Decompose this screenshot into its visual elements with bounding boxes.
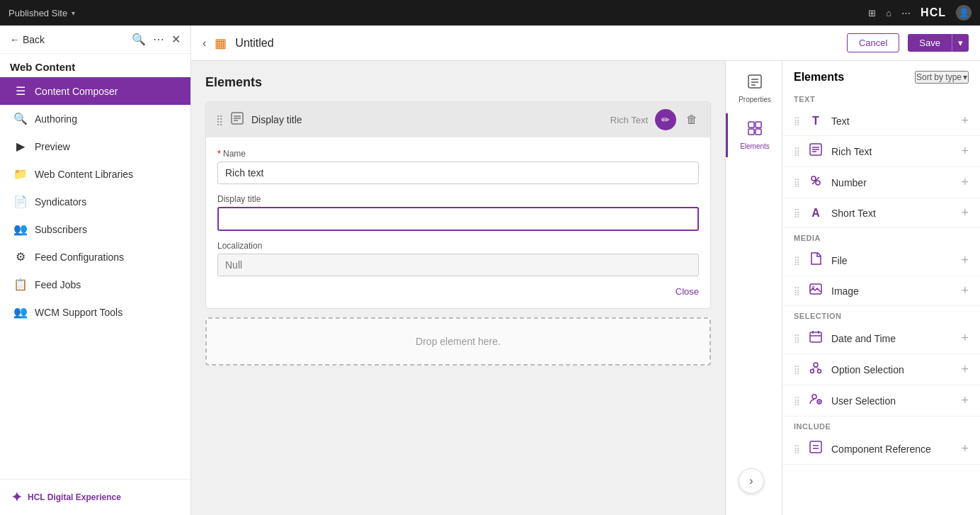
preview-icon: ▶ xyxy=(13,140,28,153)
type-item-short-text[interactable]: ⣿ A Short Text + xyxy=(782,198,980,228)
type-item-image[interactable]: ⣿ Image + xyxy=(782,276,980,306)
properties-tab-icon xyxy=(747,74,763,93)
footer-label: HCL Digital Experience xyxy=(28,492,121,502)
save-dropdown-button[interactable]: ▾ xyxy=(952,34,969,52)
add-user-selection-button[interactable]: + xyxy=(961,393,969,408)
element-card: ⣿ Display title Rich Text ✏ xyxy=(205,101,711,309)
text-type-icon: T xyxy=(807,115,824,128)
localization-input[interactable] xyxy=(217,254,699,276)
section-media-label: MEDIA xyxy=(782,228,980,245)
sidebar-item-content-composer[interactable]: ☰ Content Composer xyxy=(0,77,190,105)
svg-rect-10 xyxy=(748,129,754,135)
add-date-time-button[interactable]: + xyxy=(961,331,969,346)
topbar: Published Site ▾ ⊞ ⌂ ⋯ HCL 👤 xyxy=(0,0,980,26)
type-panel-title: Elements xyxy=(794,71,844,84)
scroll-toggle-button[interactable]: › xyxy=(739,468,764,494)
short-text-type-icon: A xyxy=(807,207,824,220)
type-item-rich-text[interactable]: ⣿ Rich Text + xyxy=(782,136,980,167)
back-button[interactable]: ← Back xyxy=(10,34,45,45)
type-name-user-selection: User Selection xyxy=(831,395,954,407)
sidebar-item-feed-configurations[interactable]: ⚙ Feed Configurations xyxy=(0,243,190,271)
topbar-left: Published Site ▾ xyxy=(8,8,75,18)
name-input[interactable] xyxy=(217,162,699,184)
add-component-ref-button[interactable]: + xyxy=(961,441,969,456)
svg-rect-9 xyxy=(756,122,761,128)
page-type-icon: ▦ xyxy=(215,35,227,51)
add-option-selection-button[interactable]: + xyxy=(961,362,969,377)
sidebar-item-web-content-libraries[interactable]: 📁 Web Content Libraries xyxy=(0,160,190,188)
svg-rect-8 xyxy=(748,122,754,128)
type-name-short-text: Short Text xyxy=(831,208,954,219)
main-container: ← Back 🔍 ⋯ ✕ Web Content ☰ Content Compo… xyxy=(0,26,980,515)
content-composer-icon: ☰ xyxy=(13,84,28,98)
sidebar-item-authoring[interactable]: 🔍 Authoring xyxy=(0,105,190,132)
add-rich-text-button[interactable]: + xyxy=(961,144,969,159)
option-selection-type-icon xyxy=(807,361,824,378)
name-form-row: * Name xyxy=(217,149,699,184)
drop-zone-label: Drop element here. xyxy=(416,336,501,347)
type-item-component-reference[interactable]: ⣿ Component Reference + xyxy=(782,434,980,465)
add-file-button[interactable]: + xyxy=(961,253,969,268)
user-icon[interactable]: 👤 xyxy=(956,5,972,21)
drag-dots-icon: ⣿ xyxy=(794,256,800,266)
type-item-option-selection[interactable]: ⣿ Option Selection + xyxy=(782,354,980,385)
date-time-type-icon xyxy=(807,330,824,346)
close-icon[interactable]: ✕ xyxy=(171,33,181,46)
more-options-icon[interactable]: ⋯ xyxy=(153,33,164,46)
cancel-button[interactable]: Cancel xyxy=(847,33,899,52)
svg-rect-34 xyxy=(810,441,821,453)
sidebar-item-label: Syndicators xyxy=(35,196,86,208)
type-item-text[interactable]: ⣿ T Text + xyxy=(782,106,980,136)
add-image-button[interactable]: + xyxy=(961,283,969,298)
element-delete-button[interactable]: 🗑 xyxy=(683,111,700,129)
sidebar-item-label: Content Composer xyxy=(35,86,118,97)
element-edit-button[interactable]: ✏ xyxy=(655,109,676,130)
elements-tab-icon xyxy=(747,120,763,140)
user-selection-type-icon xyxy=(807,392,824,409)
image-type-icon xyxy=(807,283,824,298)
close-link[interactable]: Close xyxy=(217,286,699,297)
drag-dots-icon: ⣿ xyxy=(794,444,800,454)
topbar-right: ⊞ ⌂ ⋯ HCL 👤 xyxy=(868,5,972,21)
drop-zone[interactable]: Drop element here. xyxy=(205,317,711,366)
properties-tab-label: Properties xyxy=(739,96,771,103)
type-item-number[interactable]: ⣿ Number + xyxy=(782,167,980,198)
sidebar-item-label: Subscribers xyxy=(35,224,87,235)
type-name-number: Number xyxy=(831,177,954,188)
sidebar-item-wcm-support-tools[interactable]: 👥 WCM Support Tools xyxy=(0,298,190,326)
type-name-date-time: Date and Time xyxy=(831,333,954,344)
sidebar-item-preview[interactable]: ▶ Preview xyxy=(0,132,190,160)
svg-line-28 xyxy=(812,367,816,370)
sidebar-item-feed-jobs[interactable]: 📋 Feed Jobs xyxy=(0,271,190,298)
hcl-logo-icon: ✦ xyxy=(11,489,22,505)
content-back-button[interactable]: ‹ xyxy=(203,37,206,50)
drag-handle-icon[interactable]: ⣿ xyxy=(216,114,223,125)
search-icon[interactable]: 🔍 xyxy=(132,33,146,46)
home-icon[interactable]: ⌂ xyxy=(886,8,891,18)
type-item-date-time[interactable]: ⣿ Date and Time + xyxy=(782,323,980,354)
sidebar-item-syndicators[interactable]: 📄 Syndicators xyxy=(0,188,190,215)
grid-icon[interactable]: ⊞ xyxy=(868,8,876,18)
topbar-caret-icon[interactable]: ▾ xyxy=(72,9,75,17)
section-include-label: INCLUDE xyxy=(782,417,980,434)
more-icon[interactable]: ⋯ xyxy=(901,8,911,18)
sort-by-type-button[interactable]: Sort by type ▾ xyxy=(915,71,969,84)
display-title-input[interactable] xyxy=(217,207,699,231)
sidebar-nav: ☰ Content Composer 🔍 Authoring ▶ Preview… xyxy=(0,77,190,326)
localization-form-row: Localization xyxy=(217,241,699,276)
component-reference-type-icon xyxy=(807,441,824,457)
save-btn-group: Save ▾ xyxy=(908,34,969,52)
properties-tab[interactable]: Properties xyxy=(726,67,782,111)
back-label: Back xyxy=(23,34,45,45)
save-button[interactable]: Save xyxy=(908,34,952,52)
type-name-option-selection: Option Selection xyxy=(831,364,954,375)
type-item-file[interactable]: ⣿ File + xyxy=(782,245,980,276)
sidebar: ← Back 🔍 ⋯ ✕ Web Content ☰ Content Compo… xyxy=(0,26,191,515)
elements-tab[interactable]: Elements xyxy=(726,113,782,157)
add-number-button[interactable]: + xyxy=(961,175,969,190)
add-text-button[interactable]: + xyxy=(961,113,969,128)
type-item-user-selection[interactable]: ⣿ User Selection + xyxy=(782,385,980,417)
add-short-text-button[interactable]: + xyxy=(961,205,969,220)
svg-rect-4 xyxy=(748,75,761,88)
sidebar-item-subscribers[interactable]: 👥 Subscribers xyxy=(0,215,190,243)
